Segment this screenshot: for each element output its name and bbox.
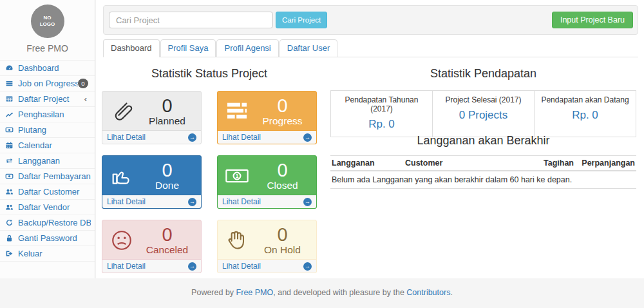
- tab-profil-agensi[interactable]: Profil Agensi: [216, 39, 278, 57]
- subscription-header-row: Langganan Customer Tagihan Perpanjangan: [330, 156, 636, 171]
- sidebar-item-langganan[interactable]: Langganan: [0, 153, 95, 169]
- search-input[interactable]: [109, 12, 273, 28]
- sidebar-item-label: Penghasilan: [18, 110, 91, 119]
- chevron-left-icon: ‹: [84, 94, 87, 104]
- stat-value: Rp. 0: [537, 109, 633, 122]
- tab-daftar-user[interactable]: Daftar User: [279, 39, 337, 57]
- arrow-circle-right-icon: →: [303, 262, 312, 271]
- sidebar-item-label: Daftar Vendor: [18, 202, 91, 212]
- card-count: 0: [137, 225, 197, 244]
- card-label: Done: [137, 180, 197, 191]
- footer-text: .: [450, 288, 452, 297]
- detail-link-label: Lihat Detail: [107, 133, 146, 142]
- sidebar-item-label: Daftar Project: [18, 94, 84, 104]
- income-section-title: Statistik Pendapatan: [330, 67, 636, 81]
- column-header-langganan: Langganan: [330, 156, 404, 171]
- banknote-icon: 1: [224, 163, 252, 189]
- status-card-closed: 1 0 Closed Lihat Detail →: [217, 155, 317, 209]
- card-text: 0 Closed: [252, 160, 312, 191]
- lihat-detail-link-closed[interactable]: Lihat Detail →: [218, 195, 316, 208]
- sidebar-item-label: Job on Progress: [18, 79, 78, 88]
- card-text: 0 Done: [137, 160, 197, 191]
- calendar-icon: [5, 141, 15, 149]
- status-card-planned: 0 Planned Lihat Detail →: [102, 91, 202, 144]
- stat-pendapatan-tahunan: Pendapatan Tahunan (2017) Rp. 0: [330, 90, 433, 137]
- sidebar-item-penghasilan[interactable]: Penghasilan: [0, 107, 95, 122]
- search-panel: Cari Project Input Project Baru: [103, 5, 638, 35]
- footer-link-free-pmo[interactable]: Free PMO: [236, 288, 274, 297]
- sidebar-item-label: Keluar: [18, 249, 91, 258]
- thumbs-up-icon: [109, 163, 137, 189]
- income-stat-table: Pendapatan Tahunan (2017) Rp. 0 Project …: [330, 90, 636, 137]
- card-body: 0 Canceled: [102, 220, 201, 259]
- sidebar-item-job-on-progress[interactable]: Job on Progress 0: [0, 76, 95, 91]
- search-button[interactable]: Cari Project: [276, 12, 327, 28]
- stat-project-selesai: Project Selesai (2017) 0 Projects: [432, 90, 535, 137]
- lihat-detail-link-progress[interactable]: Lihat Detail →: [218, 130, 316, 144]
- brand-name: Free PMO: [0, 43, 95, 53]
- card-text: 0 Planned: [137, 96, 197, 127]
- sidebar-item-label: Dashboard: [18, 63, 91, 73]
- sidebar-item-backup-restore-db[interactable]: Backup/Restore DB: [0, 215, 95, 231]
- sidebar-item-label: Backup/Restore DB: [18, 218, 91, 227]
- card-body: 0 Progress: [218, 91, 316, 130]
- lihat-detail-link-done[interactable]: Lihat Detail →: [102, 195, 201, 208]
- sidebar-item-calendar[interactable]: Calendar: [0, 138, 95, 153]
- sidebar-item-label: Piutang: [18, 125, 91, 135]
- input-project-baru-button[interactable]: Input Project Baru: [552, 12, 633, 28]
- sidebar-item-daftar-pembayaran[interactable]: Daftar Pembayaran: [0, 169, 95, 184]
- sidebar: NO LOGO Free PMO Dashboard Job on Progre…: [0, 0, 95, 278]
- sidebar-item-piutang[interactable]: Piutang: [0, 122, 95, 138]
- hand-icon: [224, 227, 252, 253]
- stat-label: Project Selesai (2017): [435, 95, 531, 104]
- sidebar-item-label: Ganti Password: [18, 233, 91, 243]
- sidebar-item-dashboard[interactable]: Dashboard: [0, 61, 95, 76]
- card-body: 0 On Hold: [218, 220, 316, 259]
- card-label: Progress: [252, 115, 312, 127]
- stat-label: Pendapatan Tahunan (2017): [334, 95, 430, 113]
- card-body: 0 Done: [102, 156, 201, 195]
- tab-dashboard[interactable]: Dashboard: [103, 39, 160, 57]
- lock-icon: [5, 234, 15, 242]
- sidebar-item-keluar[interactable]: Keluar: [0, 246, 95, 262]
- sidebar-item-label: Langganan: [18, 156, 91, 166]
- detail-link-label: Lihat Detail: [107, 262, 146, 271]
- refresh-icon: [5, 218, 15, 227]
- detail-link-label: Lihat Detail: [222, 133, 261, 142]
- sidebar-item-label: Daftar Pembayaran: [18, 171, 91, 181]
- arrow-circle-right-icon: →: [188, 262, 196, 271]
- status-card-on-hold: 0 On Hold Lihat Detail →: [217, 220, 317, 273]
- sidebar-item-daftar-vendor[interactable]: Daftar Vendor: [0, 200, 95, 215]
- lihat-detail-link-canceled[interactable]: Lihat Detail →: [102, 259, 201, 273]
- sidebar-item-daftar-customer[interactable]: Daftar Customer: [0, 184, 95, 200]
- sidebar-item-ganti-password[interactable]: Ganti Password: [0, 231, 95, 246]
- status-card-done: 0 Done Lihat Detail →: [102, 155, 202, 209]
- stat-label: Pendapatan akan Datang: [537, 95, 633, 104]
- lihat-detail-link-planned[interactable]: Lihat Detail →: [102, 130, 201, 144]
- subscription-empty-message: Belum ada Langganan yang akan berakhir d…: [330, 171, 636, 189]
- sidebar-nav: Dashboard Job on Progress 0 Daftar Proje…: [0, 60, 95, 262]
- lihat-detail-link-on-hold[interactable]: Lihat Detail →: [218, 259, 316, 273]
- tab-bar: Dashboard Profil Saya Profil Agensi Daft…: [103, 39, 638, 57]
- table-icon: [5, 95, 15, 103]
- status-section-title: Statistik Status Project: [102, 67, 317, 81]
- card-count: 0: [137, 160, 197, 180]
- arrow-circle-right-icon: →: [303, 198, 312, 206]
- main-content: Cari Project Input Project Baru Dashboar…: [96, 0, 644, 278]
- column-header-perpanjangan: Perpanjangan: [575, 156, 636, 171]
- footer-link-contributors[interactable]: Contributors: [406, 288, 450, 297]
- svg-text:1: 1: [236, 173, 239, 179]
- frown-icon: [109, 227, 137, 253]
- stat-value: Rp. 0: [334, 118, 430, 131]
- count-badge: 0: [78, 79, 88, 88]
- card-count: 0: [252, 160, 312, 180]
- retweet-icon: [5, 157, 15, 165]
- tab-profil-saya[interactable]: Profil Saya: [160, 39, 216, 57]
- sidebar-item-daftar-project[interactable]: Daftar Project ‹: [0, 91, 95, 107]
- sign-out-icon: [5, 249, 15, 258]
- no-logo-badge: NO LOGO: [31, 5, 64, 38]
- progress-list-icon: [5, 79, 15, 88]
- arrow-circle-right-icon: →: [188, 198, 196, 206]
- money-icon: [5, 172, 15, 180]
- stat-value: 0 Projects: [435, 109, 531, 122]
